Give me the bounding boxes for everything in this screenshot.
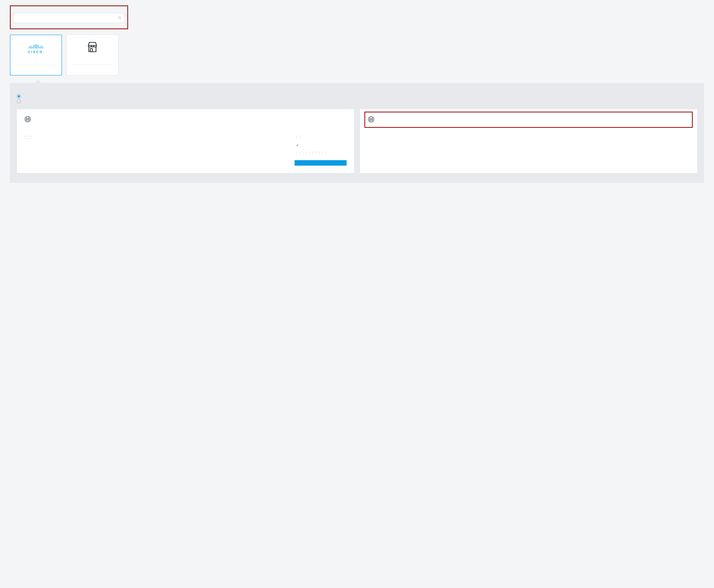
available-remote-text: ✓	[294, 143, 347, 147]
provider-card-cisco[interactable]: CISCO.	[10, 35, 62, 76]
radio-icon	[17, 99, 21, 103]
regions-list: ||	[294, 134, 347, 138]
svg-rect-12	[90, 48, 93, 52]
globe-icon	[24, 115, 31, 123]
select-provider-panel	[10, 5, 128, 29]
checkmark-icon: ✓	[296, 143, 299, 147]
cisco-logo: CISCO.	[14, 41, 58, 54]
storefront-icon	[70, 41, 115, 53]
provider-search-input[interactable]	[14, 13, 124, 23]
layer-chip	[24, 136, 32, 139]
globe-icon	[368, 116, 374, 124]
provider-detail-panel: || ✓ ||||||||||	[10, 83, 704, 183]
filter-all-services-radio[interactable]	[17, 99, 697, 103]
service-card-cisco-webex: || ✓ ||||||||||	[17, 109, 354, 173]
service-card-webex-calling-dedicated	[360, 109, 697, 173]
provider-card-cisco-sae[interactable]	[66, 35, 118, 76]
filter-services-available-radio[interactable]	[17, 94, 697, 98]
locations-list: ||||||||||	[294, 150, 347, 155]
create-connection-button[interactable]	[294, 160, 347, 166]
radio-icon	[17, 94, 21, 98]
